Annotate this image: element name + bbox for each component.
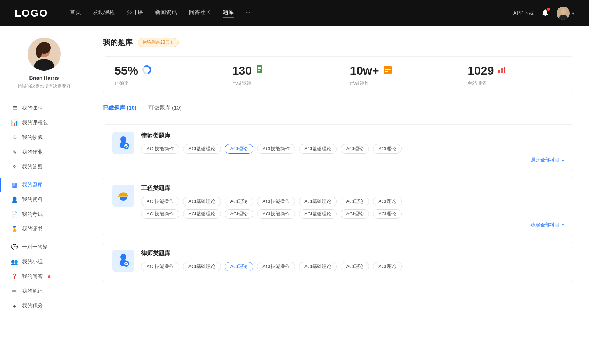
- tag2-engineer1-5[interactable]: ACI理论: [341, 209, 369, 219]
- tag-engineer1-3[interactable]: ACI技能操作: [257, 197, 295, 206]
- svg-rect-29: [119, 196, 128, 197]
- tag-lawyer2-3[interactable]: ACI技能操作: [257, 262, 295, 271]
- qbank-header-lawyer1: 律师类题库ACI技能操作ACI基础理论ACI理论ACI技能操作ACI基础理论AC…: [112, 132, 565, 163]
- tag-lawyer2-6[interactable]: ACI理论: [373, 262, 402, 271]
- sidebar-item-question_bank[interactable]: ▦我的题库: [0, 178, 88, 192]
- qbank-footer-engineer1[interactable]: 收起全部科目 ∧: [141, 222, 565, 228]
- navbar: LOGO 首页发现课程公开课新闻资讯问答社区题库··· APP下载 ▾: [0, 0, 589, 26]
- sidebar-item-profile[interactable]: 👤我的资料: [0, 192, 88, 207]
- notification-dot: [547, 8, 550, 11]
- tag-lawyer1-3[interactable]: ACI技能操作: [257, 144, 295, 154]
- tag2-engineer1-0[interactable]: ACI技能操作: [141, 209, 179, 219]
- qbank-card-engineer1: 工程类题库ACI技能操作ACI基础理论ACI理论ACI技能操作ACI基础理论AC…: [103, 177, 574, 236]
- qbank-tags-lawyer2: ACI技能操作ACI基础理论ACI理论ACI技能操作ACI基础理论ACI理论AC…: [141, 262, 565, 271]
- sidebar-item-my_qa[interactable]: ❓我的问答: [0, 269, 88, 284]
- qbank-title-lawyer1: 律师类题库: [141, 132, 565, 140]
- tag-lawyer1-0[interactable]: ACI技能操作: [141, 144, 179, 154]
- sidebar-nav: ☰我的课程📊我的课程包...☆我的收藏✎我的作业?我的答疑▦我的题库👤我的资料📄…: [0, 97, 88, 317]
- svg-point-7: [36, 45, 42, 58]
- sidebar-item-courses[interactable]: ☰我的课程: [0, 101, 88, 115]
- course_pack-icon: 📊: [11, 119, 18, 126]
- sidebar-item-cert[interactable]: 🏅我的证书: [0, 222, 88, 236]
- tag2-engineer1-6[interactable]: ACI理论: [373, 209, 402, 219]
- tag-lawyer1-6[interactable]: ACI理论: [373, 144, 402, 154]
- stat-card-0: 55%正确率: [103, 57, 221, 94]
- sidebar-item-label-my_qa: 我的问答: [22, 273, 43, 280]
- tab-item-0[interactable]: 已做题库 (10): [103, 104, 137, 115]
- stat-top-3: 1029: [468, 64, 563, 78]
- sidebar-item-homework[interactable]: ✎我的作业: [0, 145, 88, 160]
- user-name: Brian Harris: [7, 75, 81, 81]
- tag2-engineer1-4[interactable]: ACI基础理论: [299, 209, 337, 219]
- notes-icon: ✏: [11, 288, 18, 295]
- profile-avatar: [28, 38, 61, 71]
- tag-lawyer2-5[interactable]: ACI理论: [341, 262, 369, 271]
- qbank-icon-engineer1: [112, 185, 134, 207]
- sidebar-item-points[interactable]: ♣我的积分: [0, 299, 88, 313]
- logo: LOGO: [15, 7, 48, 19]
- sidebar-item-course_pack[interactable]: 📊我的课程包...: [0, 115, 88, 130]
- points-icon: ♣: [11, 303, 18, 309]
- sidebar-item-label-exam: 我的考试: [22, 211, 43, 218]
- group-icon: 👥: [11, 258, 18, 265]
- sidebar-item-notes[interactable]: ✏我的笔记: [0, 284, 88, 299]
- qbank-footer-lawyer1[interactable]: 展开全部科目 ∨: [141, 157, 565, 163]
- svg-rect-17: [385, 69, 391, 70]
- tag-engineer1-5[interactable]: ACI理论: [341, 197, 369, 206]
- tag2-engineer1-3[interactable]: ACI技能操作: [257, 209, 295, 219]
- sidebar-item-label-question_bank: 我的题库: [22, 182, 43, 188]
- nav-item-题库[interactable]: 题库: [223, 9, 234, 18]
- page-wrap: Brian Harris 错误的决定比没有决定要好 ☰我的课程📊我的课程包...…: [0, 26, 589, 364]
- tag-lawyer2-1[interactable]: ACI基础理论: [183, 262, 221, 271]
- tag-engineer1-0[interactable]: ACI技能操作: [141, 197, 179, 206]
- sidebar-item-label-course_pack: 我的课程包...: [22, 119, 52, 126]
- sidebar-item-label-notes: 我的笔记: [22, 288, 43, 295]
- tag-lawyer1-1[interactable]: ACI基础理论: [183, 144, 221, 154]
- tag-lawyer1-5[interactable]: ACI理论: [341, 144, 369, 154]
- my_qa-icon: ❓: [11, 273, 18, 280]
- sidebar-item-group[interactable]: 👥我的小组: [0, 254, 88, 269]
- tag2-engineer1-1[interactable]: ACI基础理论: [183, 209, 221, 219]
- tag-lawyer2-2[interactable]: ACI理论: [225, 262, 253, 271]
- nav-item-新闻资讯[interactable]: 新闻资讯: [155, 9, 177, 18]
- stat-value-0: 55%: [114, 64, 138, 78]
- qbank-tags-lawyer1: ACI技能操作ACI基础理论ACI理论ACI技能操作ACI基础理论ACI理论AC…: [141, 144, 565, 154]
- tag-lawyer2-0[interactable]: ACI技能操作: [141, 262, 179, 271]
- qbank-card-lawyer1: 律师类题库ACI技能操作ACI基础理论ACI理论ACI技能操作ACI基础理论AC…: [103, 124, 574, 171]
- sidebar-item-one_on_one[interactable]: 💬一对一答疑: [0, 240, 88, 254]
- homework-icon: ✎: [11, 149, 18, 156]
- tab-item-1[interactable]: 可做题库 (10): [148, 104, 182, 115]
- tag-engineer1-2[interactable]: ACI理论: [225, 197, 253, 206]
- stat-value-2: 10w+: [350, 64, 379, 78]
- sidebar-item-label-homework: 我的作业: [22, 149, 43, 156]
- sidebar-item-exam[interactable]: 📄我的考试: [0, 207, 88, 222]
- stat-icon-2: [383, 65, 392, 77]
- notification-bell[interactable]: [541, 8, 549, 18]
- svg-point-1: [561, 9, 566, 15]
- tag-lawyer1-4[interactable]: ACI基础理论: [299, 144, 337, 154]
- exam-icon: 📄: [11, 211, 18, 218]
- app-download-button[interactable]: APP下载: [513, 10, 534, 17]
- tag-engineer1-6[interactable]: ACI理论: [373, 197, 402, 206]
- nav-item-首页[interactable]: 首页: [70, 9, 81, 18]
- sidebar-item-favorites[interactable]: ☆我的收藏: [0, 130, 88, 145]
- nav-item-公开课[interactable]: 公开课: [127, 9, 143, 18]
- user-avatar-wrap[interactable]: ▾: [557, 7, 574, 20]
- tag-lawyer1-2[interactable]: ACI理论: [225, 144, 253, 154]
- qbank-header-engineer1: 工程类题库ACI技能操作ACI基础理论ACI理论ACI技能操作ACI基础理论AC…: [112, 185, 565, 228]
- tag-engineer1-4[interactable]: ACI基础理论: [299, 197, 337, 206]
- nav-item-···[interactable]: ···: [246, 9, 250, 18]
- sidebar-divider-5: [7, 176, 81, 176]
- nav-item-发现课程[interactable]: 发现课程: [93, 9, 115, 18]
- favorites-icon: ☆: [11, 134, 18, 141]
- sidebar-item-label-qa: 我的答疑: [22, 164, 43, 170]
- tag-lawyer2-4[interactable]: ACI基础理论: [299, 262, 337, 271]
- nav-item-问答社区[interactable]: 问答社区: [189, 9, 211, 18]
- tag-engineer1-1[interactable]: ACI基础理论: [183, 197, 221, 206]
- qbank-card-lawyer2: 律师类题库ACI技能操作ACI基础理论ACI理论ACI技能操作ACI基础理论AC…: [103, 242, 574, 282]
- sidebar-item-qa[interactable]: ?我的答疑: [0, 160, 88, 174]
- tag2-engineer1-2[interactable]: ACI理论: [225, 209, 253, 219]
- svg-rect-21: [504, 67, 505, 73]
- svg-rect-19: [498, 70, 500, 73]
- svg-point-22: [120, 136, 126, 142]
